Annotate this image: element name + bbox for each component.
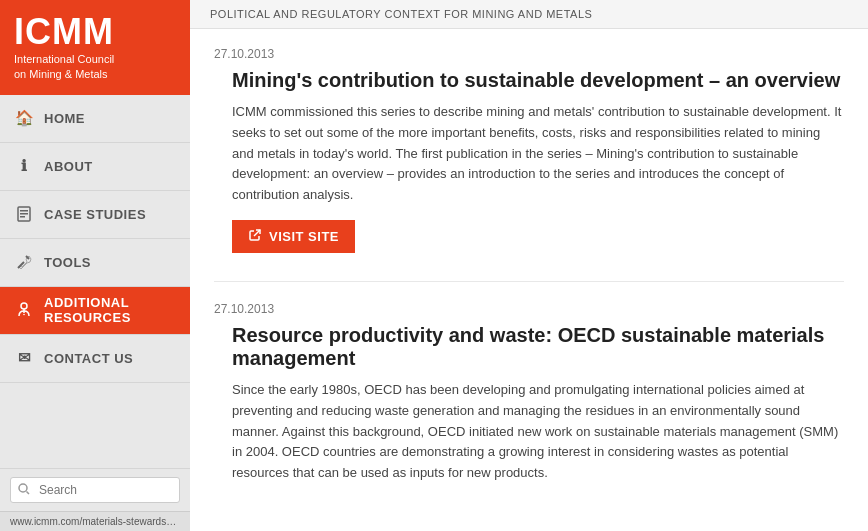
article-2-body: Since the early 1980s, OECD has been dev…	[232, 380, 844, 484]
sidebar-item-label: TOOLS	[44, 255, 91, 270]
svg-line-11	[254, 230, 260, 236]
logo-acronym: ICMM	[14, 14, 176, 50]
svg-line-10	[27, 492, 30, 495]
svg-point-6	[21, 303, 27, 309]
article-1-date: 27.10.2013	[214, 47, 844, 61]
visit-site-button[interactable]: VISIT SITE	[232, 220, 355, 253]
sidebar-item-case-studies[interactable]: CASE STUDIES	[0, 191, 190, 239]
article-2-title: Resource productivity and waste: OECD su…	[232, 324, 844, 370]
tools-icon	[14, 252, 34, 272]
article-1-body: ICMM commissioned this series to describ…	[232, 102, 844, 206]
sidebar-item-tools[interactable]: TOOLS	[0, 239, 190, 287]
info-icon: ℹ	[14, 156, 34, 176]
visit-site-label: VISIT SITE	[269, 229, 339, 244]
article-1: 27.10.2013 Mining's contribution to sust…	[214, 47, 844, 253]
logo-subtitle: International Council on Mining & Metals	[14, 52, 176, 83]
search-input[interactable]	[10, 477, 180, 503]
sidebar-item-label: CASE STUDIES	[44, 207, 146, 222]
sidebar-item-contact-us[interactable]: ✉ CONTACT US	[0, 335, 190, 383]
resources-icon	[14, 300, 34, 320]
sidebar-item-about[interactable]: ℹ ABOUT	[0, 143, 190, 191]
sidebar: ICMM International Council on Mining & M…	[0, 0, 190, 531]
article-divider	[214, 281, 844, 282]
sidebar-item-home[interactable]: 🏠 HOME	[0, 95, 190, 143]
svg-rect-3	[20, 216, 25, 218]
link-icon	[248, 228, 262, 245]
svg-rect-2	[20, 213, 28, 215]
sidebar-item-label: ADDITIONAL RESOURCES	[44, 295, 176, 325]
url-bar: www.icmm.com/materials-stewardship-toolk…	[0, 511, 190, 531]
svg-point-9	[19, 484, 27, 492]
breadcrumb: POLITICAL AND REGULATORY CONTEXT FOR MIN…	[190, 0, 868, 29]
sidebar-item-label: HOME	[44, 111, 85, 126]
home-icon: 🏠	[14, 108, 34, 128]
svg-point-8	[23, 314, 25, 316]
sidebar-item-additional-resources[interactable]: ADDITIONAL RESOURCES	[0, 287, 190, 335]
sidebar-search-container	[0, 468, 190, 511]
article-1-title: Mining's contribution to sustainable dev…	[232, 69, 844, 92]
main-content-area: POLITICAL AND REGULATORY CONTEXT FOR MIN…	[190, 0, 868, 531]
sidebar-item-label: CONTACT US	[44, 351, 133, 366]
envelope-icon: ✉	[14, 348, 34, 368]
sidebar-item-label: ABOUT	[44, 159, 93, 174]
sidebar-nav: 🏠 HOME ℹ ABOUT CASE STUDIES	[0, 95, 190, 468]
article-2-date: 27.10.2013	[214, 302, 844, 316]
articles-list: 27.10.2013 Mining's contribution to sust…	[190, 29, 868, 531]
search-icon	[18, 483, 30, 497]
article-2: 27.10.2013 Resource productivity and was…	[214, 302, 844, 484]
sidebar-logo: ICMM International Council on Mining & M…	[0, 0, 190, 95]
document-icon	[14, 204, 34, 224]
svg-rect-1	[20, 210, 28, 212]
